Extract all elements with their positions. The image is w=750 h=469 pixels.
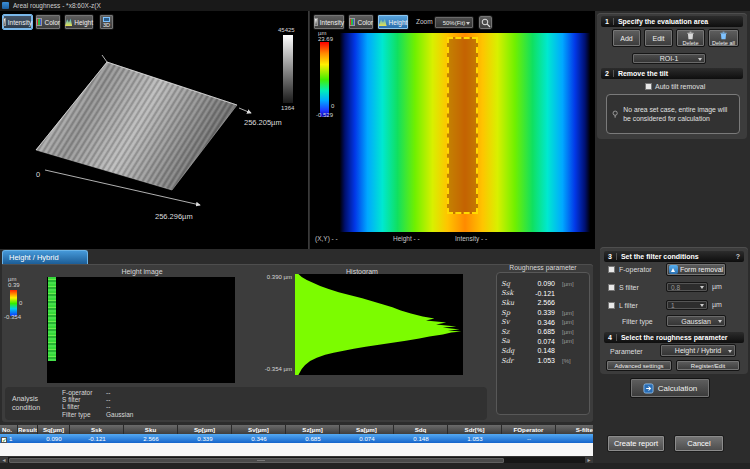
help-button[interactable]: ?: [736, 253, 740, 260]
section-4-header: 4 Select the roughness parameter: [604, 332, 744, 343]
header-cell[interactable]: Sz[µm]: [286, 425, 340, 434]
row-cell: [18, 434, 38, 443]
header-cell[interactable]: Ssk: [70, 425, 124, 434]
height-map[interactable]: [340, 33, 590, 232]
height-image-colorbar: [10, 290, 17, 316]
l-filter-select[interactable]: 1: [666, 300, 708, 310]
chevron-down-icon: [718, 320, 722, 323]
row-select-cell[interactable]: ✓1: [0, 434, 18, 443]
s-filter-checkbox[interactable]: [608, 284, 615, 291]
row-cell: 1.053: [448, 434, 502, 443]
result-table-row[interactable]: ✓10.090-0.1212.5660.3390.3460.6850.0740.…: [0, 434, 593, 443]
filter-type-value: Gaussian: [681, 318, 711, 325]
parameter-select[interactable]: Height / Hybrid: [660, 344, 736, 357]
create-report-label: Create report: [614, 439, 658, 448]
header-cell[interactable]: Sv[µm]: [232, 425, 286, 434]
magnifier-button[interactable]: [478, 15, 493, 30]
param-name: Sdq: [501, 347, 519, 355]
row-cell: 0.346: [232, 434, 286, 443]
chevron-down-icon: [700, 286, 704, 289]
3d-intensity-button[interactable]: Intensity: [2, 14, 33, 30]
form-removal-button[interactable]: Form removal: [666, 263, 726, 276]
add-roi-button[interactable]: Add: [612, 29, 641, 47]
header-cell[interactable]: Sku: [124, 425, 178, 434]
height-image-title: Height image: [42, 268, 242, 275]
section-title: Specify the evaluation area: [618, 18, 708, 25]
scale-max: 0.39: [8, 282, 20, 288]
param-name: Sv: [501, 318, 519, 326]
box-corner-tick: [102, 55, 107, 62]
l-filter-checkbox[interactable]: [608, 302, 615, 309]
filter-type-select[interactable]: Gaussian: [666, 315, 726, 327]
param-value: 2.566: [519, 299, 555, 306]
param-value: 0.685: [519, 328, 555, 335]
delete-roi-button[interactable]: Delete: [676, 29, 705, 47]
register-edit-label: Register/Edit: [691, 363, 725, 369]
param-name: Sp: [501, 309, 519, 317]
roughness-param-row: Sp0.339[µm]: [497, 308, 589, 318]
horizontal-scrollbar[interactable]: ◄ ►: [0, 456, 593, 463]
condition-name: S filter: [62, 396, 106, 403]
s-filter-select[interactable]: 0.8: [666, 282, 708, 292]
status-item: Intensity - -: [455, 235, 535, 242]
axis-origin-label: 0: [36, 170, 40, 179]
3d-view-button[interactable]: 3D: [99, 14, 114, 30]
calculation-button[interactable]: Calculation: [630, 378, 710, 398]
3d-height-label: Height: [74, 19, 93, 26]
header-cell[interactable]: Result: [18, 425, 38, 434]
status-item: Height - -: [393, 235, 455, 242]
2d-color-button[interactable]: Color: [348, 14, 374, 30]
zoom-select[interactable]: 50%(Fit): [434, 16, 474, 29]
roi-rectangle[interactable]: [447, 37, 478, 214]
auto-tilt-checkbox[interactable]: [645, 83, 652, 90]
header-cell[interactable]: S-filter: [556, 425, 593, 434]
titlebar: Areal roughness - *x8:60X-z(X: [0, 0, 750, 11]
filter-panel: 3 Set the filter conditions ? F-operator…: [600, 247, 748, 374]
header-cell[interactable]: FOperator: [502, 425, 556, 434]
tab-height-hybrid[interactable]: Height / Hybrid: [2, 250, 88, 264]
3d-intensity-label: Intensity: [8, 19, 32, 26]
intensity-icon: [314, 18, 318, 26]
param-unit: [%]: [562, 358, 571, 364]
auto-tilt-row: Auto tilt removal: [645, 83, 705, 90]
analysis-condition-label: Analysis condition: [12, 394, 52, 412]
header-cell[interactable]: Sdr[%]: [448, 425, 502, 434]
2d-intensity-label: Intensity: [320, 19, 344, 26]
row-cell: --: [502, 434, 556, 443]
delete-all-roi-button[interactable]: Delete all: [708, 29, 739, 47]
3d-height-button[interactable]: Height: [64, 14, 94, 30]
triangle-glyph: [671, 268, 675, 272]
histogram-min-label: -0.354 µm: [254, 366, 292, 372]
condition-row: F-operator--: [62, 389, 133, 396]
condition-row: L filter--: [62, 403, 133, 410]
surface-3d-canvas[interactable]: 0 256.296µm 256.205µm: [0, 30, 309, 249]
f-operator-checkbox[interactable]: [608, 266, 615, 273]
row-cell: 0.074: [340, 434, 394, 443]
header-cell[interactable]: No.: [0, 425, 18, 434]
app-window: Areal roughness - *x8:60X-z(X Intensity …: [0, 0, 750, 469]
3d-color-button[interactable]: Color: [35, 14, 61, 30]
cancel-button[interactable]: Cancel: [674, 435, 724, 452]
create-report-button[interactable]: Create report: [607, 435, 665, 452]
header-cell[interactable]: Sq[µm]: [38, 425, 70, 434]
row-number: 1: [9, 435, 12, 442]
auto-tilt-label: Auto tilt removal: [655, 83, 705, 90]
param-unit: [µm]: [562, 310, 574, 316]
header-cell[interactable]: Sa[µm]: [340, 425, 394, 434]
height-image[interactable]: [47, 277, 235, 383]
param-value: 1.053: [519, 357, 555, 364]
header-cell[interactable]: Sp[µm]: [178, 425, 232, 434]
roi-select[interactable]: ROI-1: [632, 53, 706, 64]
param-value: 0.339: [519, 309, 555, 316]
histogram-max-label: 0.390 µm: [258, 274, 292, 280]
2d-height-button[interactable]: Height: [377, 14, 409, 30]
roughness-param-row: Ssk-0.121: [497, 289, 589, 299]
header-cell[interactable]: Sdq: [394, 425, 448, 434]
condition-value: --: [106, 396, 110, 403]
condition-value: Gaussian: [106, 411, 133, 418]
register-edit-button[interactable]: Register/Edit: [676, 360, 740, 371]
2d-color-label: Color: [357, 19, 373, 26]
advanced-settings-button[interactable]: Advanced settings: [606, 360, 672, 371]
2d-intensity-button[interactable]: Intensity: [313, 14, 345, 30]
edit-roi-button[interactable]: Edit: [644, 29, 673, 47]
